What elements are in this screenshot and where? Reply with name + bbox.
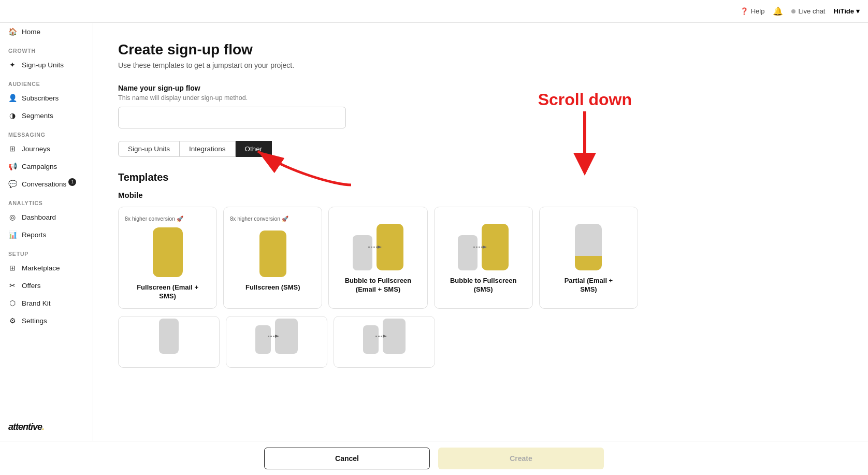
signup-units-icon: ✦: [8, 61, 17, 69]
svg-marker-4: [483, 246, 487, 249]
help-icon: ❓: [740, 7, 748, 15]
card-badge-fullscreen-email-sms: 8x higher conversion 🚀: [125, 215, 183, 222]
sidebar-reports-label: Reports: [22, 231, 46, 239]
help-button[interactable]: ❓ Help: [740, 7, 765, 15]
settings-icon: ⚙: [8, 316, 17, 325]
template-card-bubble-fullscreen-sms[interactable]: Bubble to Fullscreen(SMS): [434, 207, 533, 309]
sidebar-dashboard-label: Dashboard: [22, 213, 56, 221]
scroll-down-annotation: Scroll down: [538, 90, 632, 176]
sidebar-offers-label: Offers: [22, 282, 41, 290]
journeys-icon: ⊞: [8, 145, 17, 153]
card-visual-row2-3: [340, 319, 428, 354]
section-analytics: ANALYTICS: [0, 193, 93, 208]
template-card-bubble-fullscreen-email-sms[interactable]: Bubble to Fullscreen(Email + SMS): [328, 207, 427, 309]
card-visual-fullscreen-sms: [230, 225, 315, 277]
section-audience: AUDIENCE: [0, 74, 93, 89]
card-visual-bubble-fullscreen-sms: [441, 219, 526, 270]
sidebar-conversations-label: Conversations: [22, 180, 66, 188]
campaigns-icon: 📢: [8, 162, 17, 170]
sidebar-item-settings[interactable]: ⚙ Settings: [0, 312, 93, 329]
tab-signup-units[interactable]: Sign-up Units: [118, 141, 180, 157]
attentive-logo: attentive.: [8, 422, 84, 433]
template-card-row2-1[interactable]: [118, 316, 220, 368]
live-dot-icon: [791, 9, 795, 13]
svg-marker-6: [275, 335, 279, 338]
svg-marker-8: [383, 335, 387, 338]
template-card-row2-2[interactable]: [226, 316, 327, 368]
topbar: ❓ Help 🔔 Live chat HiTide ▾: [0, 0, 868, 23]
sidebar-item-home[interactable]: 🏠 Home: [0, 23, 93, 40]
scroll-down-text: Scroll down: [538, 90, 632, 109]
sidebar-item-campaigns[interactable]: 📢 Campaigns: [0, 157, 93, 175]
sidebar-item-segments[interactable]: ◑ Segments: [0, 107, 93, 124]
tab-group: Sign-up Units Integrations Other: [118, 141, 638, 157]
template-cards-row-2: [118, 316, 638, 368]
template-card-row2-3[interactable]: [334, 316, 435, 368]
card-label-bubble-fullscreen-email-sms: Bubble to Fullscreen(Email + SMS): [345, 277, 412, 294]
help-label: Help: [751, 7, 765, 15]
segments-icon: ◑: [8, 111, 17, 120]
section-messaging: MESSAGING: [0, 124, 93, 140]
sidebar-segments-label: Segments: [22, 112, 53, 120]
card-visual-row2-1: [125, 319, 213, 354]
template-cards-row-1: 8x higher conversion 🚀 Fullscreen (Email…: [118, 207, 638, 309]
notifications-button[interactable]: 🔔: [773, 6, 783, 16]
sidebar-home-label: Home: [22, 28, 40, 36]
sidebar-signup-units-label: Sign-up Units: [22, 61, 64, 69]
sidebar-item-journeys[interactable]: ⊞ Journeys: [0, 140, 93, 157]
offers-icon: ✂: [8, 281, 17, 290]
subscribers-icon: 👤: [8, 94, 17, 102]
create-button[interactable]: Create: [438, 448, 604, 469]
livechat-label: Live chat: [798, 7, 825, 15]
sidebar-item-dashboard[interactable]: ◎ Dashboard: [0, 208, 93, 226]
sidebar-subscribers-label: Subscribers: [22, 94, 59, 102]
sidebar-campaigns-label: Campaigns: [22, 163, 57, 170]
footer: Cancel Create: [0, 441, 868, 475]
marketplace-icon: ⊞: [8, 264, 17, 272]
chevron-down-icon: ▾: [856, 7, 860, 15]
card-visual-partial-email-sms: [546, 219, 631, 270]
card-label-partial-email-sms: Partial (Email +SMS): [565, 277, 613, 294]
conversations-badge: 1: [68, 178, 76, 186]
reports-icon: 📊: [8, 231, 17, 239]
card-visual-fullscreen-email-sms: [125, 225, 210, 277]
sidebar-settings-label: Settings: [22, 317, 47, 325]
sidebar-brand-kit-label: Brand Kit: [22, 299, 51, 307]
template-card-fullscreen-email-sms[interactable]: 8x higher conversion 🚀 Fullscreen (Email…: [118, 207, 217, 309]
card-label-fullscreen-sms: Fullscreen (SMS): [245, 283, 300, 292]
sidebar-item-offers[interactable]: ✂ Offers: [0, 277, 93, 294]
section-growth: GROWTH: [0, 40, 93, 56]
section-setup: SETUP: [0, 243, 93, 259]
card-label-bubble-fullscreen-sms: Bubble to Fullscreen(SMS): [450, 277, 517, 294]
card-visual-row2-2: [233, 319, 321, 354]
dashboard-icon: ◎: [8, 213, 17, 221]
cancel-button[interactable]: Cancel: [264, 448, 430, 469]
template-card-fullscreen-sms[interactable]: 8x higher conversion 🚀 Fullscreen (SMS): [223, 207, 322, 309]
sidebar-item-conversations[interactable]: 💬 Conversations 1: [0, 175, 93, 193]
sidebar-item-signup-units[interactable]: ✦ Sign-up Units: [0, 56, 93, 74]
livechat-status: Live chat: [791, 7, 825, 15]
flow-name-input[interactable]: [118, 107, 346, 128]
user-menu-button[interactable]: HiTide ▾: [834, 7, 860, 15]
conversations-icon: 💬: [8, 180, 17, 188]
page-subtitle: Use these templates to get a jumpstart o…: [118, 61, 638, 69]
brand-kit-icon: ⬡: [8, 299, 17, 307]
tab-arrow-annotation: [222, 136, 356, 188]
card-label-fullscreen-email-sms: Fullscreen (Email +SMS): [137, 283, 198, 301]
home-icon: 🏠: [8, 27, 17, 36]
mobile-section-title: Mobile: [118, 191, 638, 199]
card-badge-fullscreen-sms: 8x higher conversion 🚀: [230, 215, 288, 222]
sidebar-item-reports[interactable]: 📊 Reports: [0, 226, 93, 243]
sidebar: 🏠 Home GROWTH ✦ Sign-up Units AUDIENCE 👤…: [0, 23, 93, 441]
sidebar-item-brand-kit[interactable]: ⬡ Brand Kit: [0, 294, 93, 312]
page-title: Create sign-up flow: [118, 41, 638, 58]
user-label: HiTide: [834, 7, 855, 15]
sidebar-item-subscribers[interactable]: 👤 Subscribers: [0, 89, 93, 107]
sidebar-journeys-label: Journeys: [22, 145, 50, 153]
sidebar-item-marketplace[interactable]: ⊞ Marketplace: [0, 259, 93, 277]
card-visual-bubble-fullscreen-email-sms: [335, 219, 421, 270]
sidebar-marketplace-label: Marketplace: [22, 264, 60, 272]
template-card-partial-email-sms[interactable]: Partial (Email +SMS): [539, 207, 638, 309]
svg-marker-2: [378, 246, 382, 249]
main-content: Scroll down Create sign-up flow Use thes…: [93, 23, 868, 441]
